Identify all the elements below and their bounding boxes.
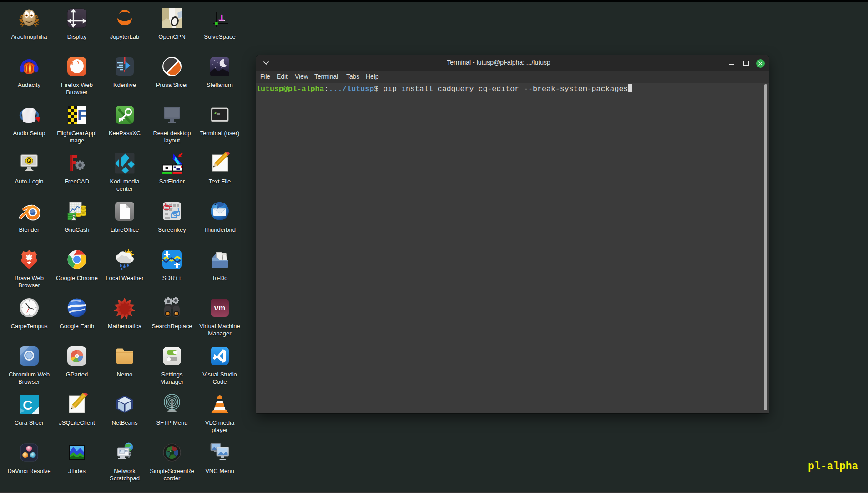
svg-text:F: F xyxy=(77,106,87,123)
svg-text:C: C xyxy=(23,397,33,412)
svg-text:>: > xyxy=(214,111,217,116)
svg-text:vm: vm xyxy=(214,304,226,312)
